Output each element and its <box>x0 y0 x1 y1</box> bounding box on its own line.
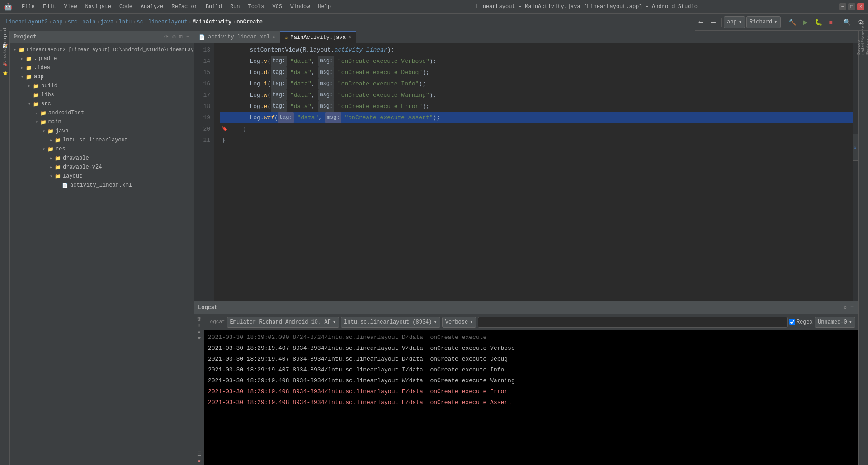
tree-item-libs[interactable]: 📁 libs <box>10 90 194 99</box>
breadcrumb-sc[interactable]: sc <box>137 19 143 25</box>
tree-arrow-gradle: ▸ <box>19 56 25 61</box>
menu-help[interactable]: Help <box>314 3 335 11</box>
stop-button[interactable]: ■ <box>826 16 835 28</box>
code-line-13: setContentView(R.layout.activity_linear)… <box>220 44 853 56</box>
tree-item-res[interactable]: ▾ 📁 res <box>10 145 194 154</box>
logcat-minimize-button[interactable]: − <box>849 303 854 312</box>
device-dropdown[interactable]: Richard ▾ <box>746 16 781 28</box>
breadcrumb-linearlayout2[interactable]: LinearLayout2 <box>5 19 48 25</box>
toolbar-right: ⬅ ⬅ app ▾ Richard ▾ 🔨 ▶ 🐛 ■ 🔍 ⚙ <box>696 16 866 28</box>
nav-forward-button[interactable]: ⬅ <box>708 16 719 28</box>
tree-item-layout[interactable]: ▾ 📁 layout <box>10 172 194 181</box>
menu-edit[interactable]: Edit <box>39 3 60 11</box>
tree-item-drawable[interactable]: ▸ 📁 drawable <box>10 154 194 163</box>
logcat-device-dropdown[interactable]: Emulator Richard Android 10, AF ▾ <box>227 317 339 328</box>
breadcrumb-src[interactable]: src <box>68 19 78 25</box>
menu-build[interactable]: Build <box>202 3 226 11</box>
project-gear-button[interactable]: ⚙ <box>171 33 176 41</box>
project-collapse-button[interactable]: − <box>185 33 190 41</box>
logcat-up-button[interactable]: ▲ <box>198 329 201 335</box>
editor-area: 📄 activity_linear.xml × ☕ MainActivity.j… <box>194 31 858 465</box>
tree-item-app[interactable]: ▾ 📁 app <box>10 72 194 81</box>
tree-item-drawable-v24[interactable]: ▸ 📁 drawable-v24 <box>10 163 194 172</box>
tree-item-main[interactable]: ▾ 📁 main <box>10 117 194 127</box>
logcat-regex-checkbox[interactable]: Regex <box>789 317 813 328</box>
logcat-filter-button[interactable]: ☰ <box>197 451 202 457</box>
project-sync-button[interactable]: ⟳ <box>163 33 170 41</box>
menu-vcs[interactable]: VCS <box>269 3 286 11</box>
make-project-button[interactable]: 🔨 <box>786 16 799 28</box>
logcat-package-dropdown[interactable]: lntu.sc.linearlayout (8934) ▾ <box>341 317 440 328</box>
logcat-scroll-button[interactable]: ⬇ <box>198 323 201 329</box>
tree-item-gradle[interactable]: ▸ 📁 .gradle <box>10 54 194 63</box>
folder-drawable-icon: 📁 <box>54 155 61 162</box>
code-line-15: Log.d(tag: "data", msg: "onCreate execut… <box>220 67 853 78</box>
tab-java-icon: ☕ <box>285 34 288 40</box>
breadcrumb-mainactivity[interactable]: MainActivity <box>193 19 231 25</box>
tree-item-build[interactable]: ▸ 📁 build <box>10 81 194 90</box>
debug-button[interactable]: 🐛 <box>812 16 825 28</box>
menu-window[interactable]: Window <box>287 3 313 11</box>
logcat-star-button[interactable]: ★ <box>198 458 201 464</box>
logcat-level-dropdown[interactable]: Verbose ▾ <box>442 317 476 328</box>
menu-run[interactable]: Run <box>226 3 244 11</box>
right-icon-device-file[interactable]: Device File Explorer <box>859 41 868 49</box>
breadcrumb-lntu[interactable]: lntu <box>118 19 132 25</box>
menu-tools[interactable]: Tools <box>245 3 268 11</box>
logcat-regex-check[interactable] <box>789 319 795 325</box>
logcat-settings-button[interactable]: ⚙ <box>843 303 848 312</box>
project-expand-button[interactable]: ⊞ <box>179 33 184 41</box>
tab-java-close[interactable]: × <box>349 35 351 40</box>
logcat-search-input[interactable] <box>478 317 788 328</box>
tab-mainactivity-java[interactable]: ☕ MainActivity.java × <box>280 31 356 43</box>
tab-xml-close[interactable]: × <box>273 35 275 40</box>
tab-activity-xml[interactable]: 📄 activity_linear.xml × <box>194 31 280 43</box>
folder-layout-icon: 📁 <box>54 173 61 180</box>
app-dropdown[interactable]: app ▾ <box>724 16 745 28</box>
menu-analyze[interactable]: Analyze <box>137 3 167 11</box>
tree-item-activity-xml[interactable]: 📄 activity_linear.xml <box>10 181 194 190</box>
logcat-down-button[interactable]: ▼ <box>198 336 201 341</box>
logcat-clear-button[interactable]: 🗑 <box>197 316 202 322</box>
menu-file[interactable]: File <box>18 3 38 11</box>
breadcrumb-java[interactable]: java <box>100 19 113 25</box>
logcat-filter-dropdown[interactable]: Unnamed-0 ▾ <box>815 317 855 328</box>
structure-tool-button[interactable]: Structure <box>1 51 9 59</box>
tree-item-src[interactable]: ▾ 📁 src <box>10 99 194 108</box>
breadcrumb-main[interactable]: main <box>82 19 95 25</box>
toolbar-separator-1 <box>721 18 722 27</box>
tree-label-java: java <box>56 128 69 134</box>
title-bar-left: 🤖 File Edit View Navigate Code Analyze R… <box>4 2 335 11</box>
logcat-controls: Emulator Richard Android 10, AF ▾ lntu.s… <box>227 317 855 328</box>
tree-label-src: src <box>41 101 51 107</box>
breadcrumb-linearlayout[interactable]: linearlayout <box>148 19 187 25</box>
right-gutter-marker[interactable]: ℹ <box>853 134 858 161</box>
app-dropdown-label: app <box>727 19 737 25</box>
nav-back-button[interactable]: ⬅ <box>696 16 707 28</box>
close-button[interactable]: × <box>857 3 864 10</box>
breadcrumb-oncreate[interactable]: onCreate <box>236 19 263 25</box>
code-line-16: Log.i(tag: "data", msg: "onCreate execut… <box>220 78 853 89</box>
favorites-tool-button[interactable]: ⭐ <box>1 69 9 77</box>
title-bar: 🤖 File Edit View Navigate Code Analyze R… <box>0 0 868 14</box>
menu-code[interactable]: Code <box>116 3 136 11</box>
project-tool-button[interactable]: Project <box>1 33 9 41</box>
tree-item-root[interactable]: ▾ 📁 LinearLayout2 [LinearLayout] D:\Andr… <box>10 45 194 54</box>
tree-item-androidtest[interactable]: ▸ 📁 androidTest <box>10 108 194 117</box>
tree-arrow-idea: ▸ <box>19 65 25 70</box>
run-button[interactable]: ▶ <box>800 16 811 28</box>
logcat-subtitle-text: Logcat <box>207 319 225 324</box>
maximize-button[interactable]: □ <box>848 3 855 10</box>
search-button[interactable]: 🔍 <box>840 16 854 28</box>
menu-navigate[interactable]: Navigate <box>81 3 115 11</box>
menu-view[interactable]: View <box>61 3 81 11</box>
menu-refactor[interactable]: Refactor <box>168 3 201 11</box>
tree-item-lntu[interactable]: ▸ 📁 lntu.sc.linearlayout <box>10 136 194 145</box>
folder-idea-icon: 📁 <box>25 64 33 71</box>
log-line-3: 2021-03-30 18:29:19.407 8934-8934/lntu.s… <box>208 365 854 376</box>
window-controls: − □ × <box>839 3 864 10</box>
breadcrumb-app[interactable]: app <box>53 19 63 25</box>
minimize-button[interactable]: − <box>839 3 846 10</box>
tree-item-idea[interactable]: ▸ 📁 .idea <box>10 63 194 72</box>
tree-item-java[interactable]: ▾ 📁 java <box>10 127 194 136</box>
